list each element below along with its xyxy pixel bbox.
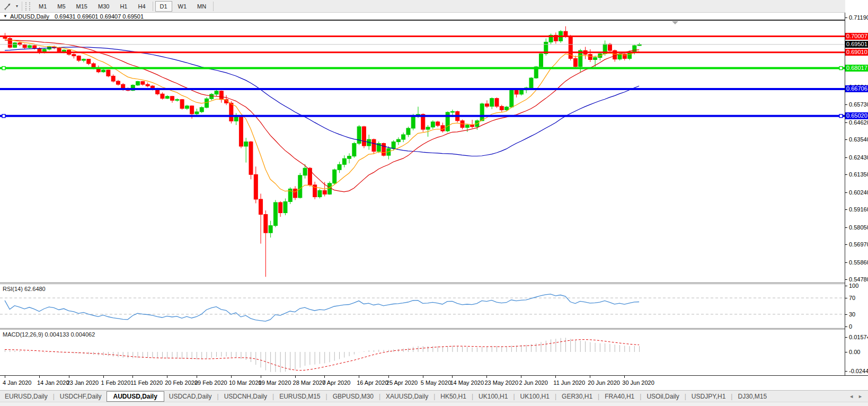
tab-dj30-m15[interactable]: DJ30,M15	[733, 392, 772, 401]
tab-hk50-h1[interactable]: HK50,H1	[436, 392, 471, 401]
price-level-badge: 0.68017	[845, 65, 868, 72]
bear-candle	[239, 117, 243, 146]
bull-candle	[273, 202, 277, 226]
tab-separator: |	[731, 393, 732, 400]
bull-candle	[269, 226, 272, 233]
tab-separator: |	[433, 393, 435, 400]
tabs-scroll-right-icon[interactable]: ►	[858, 394, 863, 399]
bull-candle	[13, 43, 17, 47]
cursor-tool-icon[interactable]	[2, 2, 14, 11]
bull-candle	[357, 127, 361, 144]
price-level-badge: 0.70007	[845, 33, 868, 40]
time-axis[interactable]: 4 Jan 202014 Jan 202023 Jan 20201 Feb 20…	[0, 376, 868, 390]
line-drag-handle[interactable]	[839, 67, 843, 70]
timeframe-button-h1[interactable]: H1	[115, 1, 132, 12]
timeframe-button-m1[interactable]: M1	[34, 1, 51, 12]
bear-candle	[279, 202, 282, 213]
bear-candle	[161, 94, 164, 98]
price-chart-canvas[interactable]	[0, 21, 845, 283]
date-label: 29 Feb 2020	[194, 379, 227, 386]
collapse-icon[interactable]: ▼	[3, 14, 7, 19]
bear-candle	[141, 82, 145, 84]
timeframe-button-w1[interactable]: W1	[173, 1, 192, 12]
date-tick-mark	[324, 376, 325, 378]
price-tick-mark	[845, 262, 847, 263]
tab-separator: |	[379, 393, 380, 400]
rsi-panel-canvas[interactable]	[0, 284, 845, 328]
tab-usdjpy-h1[interactable]: USDJPY,H1	[687, 392, 730, 401]
date-label: 11 Jun 2020	[553, 379, 585, 386]
date-label: 16 Apr 2020	[357, 379, 388, 386]
price-level-badge: 0.69501	[845, 41, 868, 48]
tab-uk100-h1[interactable]: UK100,H1	[474, 392, 512, 401]
price-tick-mark	[845, 227, 847, 228]
timeframe-button-mn[interactable]: MN	[192, 1, 211, 12]
tab-separator: |	[472, 393, 473, 400]
bear-candle	[485, 104, 489, 107]
date-label: 2 Jun 2020	[519, 379, 547, 386]
timeframe-button-m15[interactable]: M15	[72, 1, 92, 12]
price-tick-label: 0.59160	[849, 206, 868, 213]
date-tick-mark	[167, 376, 167, 378]
tab-ger30-h1[interactable]: GER30,H1	[557, 392, 597, 401]
tab-eurusd-m15[interactable]: EURUSD,M15	[274, 392, 325, 401]
tab-usoil-daily[interactable]: USOil,Daily	[642, 392, 684, 401]
tab-audusd-daily[interactable]: AUDUSD,Daily	[107, 391, 164, 402]
tabs-scroll-left-icon[interactable]: ◄	[849, 394, 854, 399]
tab-fra40-h1[interactable]: FRA40,H1	[600, 392, 639, 401]
tab-xauusd-daily[interactable]: XAUUSD,Daily	[381, 392, 433, 401]
price-axis[interactable]: 0.711900.701100.690300.679200.668400.657…	[845, 0, 868, 375]
macd-tick-mark	[845, 337, 847, 338]
toolbar-grip[interactable]	[25, 2, 30, 11]
bull-candle	[505, 107, 509, 110]
tab-separator: |	[640, 393, 641, 400]
bull-candle	[298, 175, 302, 198]
rsi-tick-mark	[845, 314, 847, 315]
date-tick-mark	[624, 376, 625, 378]
bull-candle	[628, 52, 632, 58]
bull-candle	[510, 91, 513, 107]
price-tick-mark	[845, 157, 847, 158]
line-drag-handle[interactable]	[2, 67, 5, 70]
tool-dropdown-caret-icon[interactable]: ▾	[14, 4, 20, 8]
macd-tick-label: 0.015741	[849, 334, 868, 340]
mt4-window: ▾ M1M5M15M30H1H4D1W1MN ▼ AUDUSD,Daily 0.…	[0, 0, 868, 406]
timeframe-button-m5[interactable]: M5	[52, 1, 70, 12]
price-tick-mark	[845, 104, 847, 105]
bull-candle	[396, 139, 400, 142]
tab-gbpusd-m30[interactable]: GBPUSD,M30	[328, 392, 378, 401]
date-tick-mark	[555, 376, 556, 378]
bear-candle	[146, 84, 149, 86]
bull-candle	[539, 54, 543, 67]
chart-shift-marker-icon[interactable]	[672, 21, 678, 24]
line-drag-handle[interactable]	[839, 114, 843, 118]
line-drag-handle[interactable]	[2, 114, 5, 118]
bull-candle	[333, 170, 336, 183]
panel-divider[interactable]	[0, 283, 868, 283]
macd-panel-canvas[interactable]	[0, 330, 845, 375]
bull-candle	[426, 127, 430, 129]
bear-candle	[190, 106, 194, 114]
rsi-tick-label: 30	[849, 311, 855, 317]
bear-candle	[87, 59, 91, 64]
tab-separator: |	[555, 393, 556, 400]
bear-candle	[171, 96, 174, 101]
rsi-tick-label: 70	[849, 295, 855, 301]
macd-tick-mark	[845, 371, 847, 372]
moving-average[interactable]	[5, 47, 639, 156]
bear-candle	[573, 58, 577, 66]
tab-eurusd-daily[interactable]: EURUSD,Daily	[0, 392, 52, 401]
tab-usdchf-daily[interactable]: USDCHF,Daily	[55, 392, 107, 401]
date-tick-mark	[486, 376, 487, 378]
status-strip	[0, 402, 868, 406]
date-tick-mark	[5, 376, 5, 378]
tab-uk100-h1[interactable]: UK100,H1	[516, 392, 554, 401]
panel-divider[interactable]	[0, 328, 868, 329]
bear-candle	[111, 76, 115, 82]
timeframe-button-h4[interactable]: H4	[133, 1, 150, 12]
timeframe-button-m30[interactable]: M30	[93, 1, 114, 12]
timeframe-button-d1[interactable]: D1	[155, 1, 172, 12]
price-tick-mark	[845, 192, 847, 193]
tab-usdcnh-daily[interactable]: USDCNH,Daily	[219, 392, 272, 401]
tab-usdcad-daily[interactable]: USDCAD,Daily	[164, 392, 217, 401]
